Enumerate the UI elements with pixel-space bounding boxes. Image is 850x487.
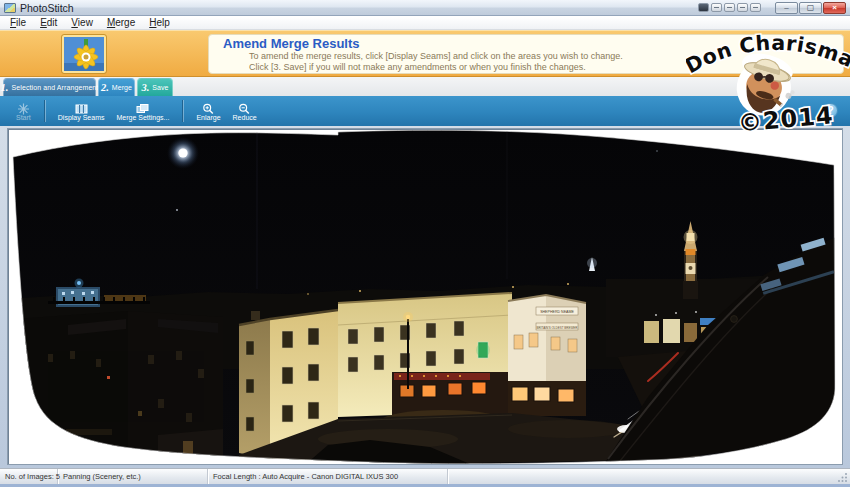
overlay-button-1[interactable] xyxy=(698,3,709,12)
merge-toolbar: Start Display Seams Merge Settings... xyxy=(0,96,850,126)
instruction-panel: Amend Merge Results To amend the merge r… xyxy=(0,30,850,77)
start-icon xyxy=(17,101,30,113)
merge-settings-icon xyxy=(136,101,149,113)
merge-preview-canvas[interactable]: SHEPHERD NEAME BRITAIN'S OLDEST BREWER xyxy=(7,128,843,465)
star xyxy=(176,209,178,211)
toolbar-separator xyxy=(44,100,45,122)
instruction-line-1: To amend the merge results, click [Displ… xyxy=(223,51,843,62)
window-title: PhotoStitch xyxy=(20,3,74,13)
status-focal-length: Focal Length : Auto Acquire - Canon DIGI… xyxy=(208,469,448,484)
start-button[interactable]: Start xyxy=(10,97,37,125)
instruction-line-2: Click [3. Save] if you will not make any… xyxy=(223,62,843,73)
pub-sign-2: BRITAIN'S OLDEST BREWER xyxy=(537,326,579,330)
tab-selection-and-arrangement[interactable]: 1. Selection and Arrangement xyxy=(3,78,96,96)
enlarge-icon xyxy=(202,101,215,113)
white-pub-building: SHEPHERD NEAME BRITAIN'S OLDEST BREWER xyxy=(508,295,586,416)
overlay-button-5[interactable] xyxy=(750,3,761,12)
reduce-icon xyxy=(238,101,251,113)
overlay-toolbar xyxy=(698,3,761,12)
app-icon xyxy=(4,3,16,13)
menu-file[interactable]: File xyxy=(3,17,33,29)
tab-3-label: Save xyxy=(152,84,168,91)
step-tabs: 1. Selection and Arrangement 2. Merge 3.… xyxy=(0,77,850,96)
photostitch-window: PhotoStitch – ▢ × File Edit View Merge H… xyxy=(0,0,850,487)
tab-2-number: 2. xyxy=(101,82,109,93)
title-bar[interactable]: PhotoStitch – ▢ × xyxy=(0,0,850,16)
panorama-image[interactable]: SHEPHERD NEAME BRITAIN'S OLDEST BREWER xyxy=(8,129,842,464)
help-button[interactable]: ? xyxy=(823,103,838,118)
menu-edit[interactable]: Edit xyxy=(33,17,64,29)
display-seams-button[interactable]: Display Seams xyxy=(52,97,111,125)
instruction-box: Amend Merge Results To amend the merge r… xyxy=(208,34,844,74)
resize-grip[interactable] xyxy=(836,469,850,484)
content-area: SHEPHERD NEAME BRITAIN'S OLDEST BREWER xyxy=(0,126,850,468)
maximize-button[interactable]: ▢ xyxy=(799,2,822,14)
tab-1-label: Selection and Arrangement xyxy=(11,84,98,91)
reduce-button[interactable]: Reduce xyxy=(227,97,263,125)
pub-sign-1: SHEPHERD NEAME xyxy=(540,310,574,314)
tab-save[interactable]: 3. Save xyxy=(137,78,173,96)
overlay-button-4[interactable] xyxy=(737,3,748,12)
flower-step-icon xyxy=(62,35,106,73)
merge-settings-button[interactable]: Merge Settings... xyxy=(110,97,175,125)
status-bar: No. of Images: 5 Panning (Scenery, etc.)… xyxy=(0,468,850,487)
display-seams-icon xyxy=(75,101,88,113)
enlarge-button[interactable]: Enlarge xyxy=(190,97,226,125)
menu-view[interactable]: View xyxy=(64,17,100,29)
tab-3-number: 3. xyxy=(141,82,149,93)
tab-2-label: Merge xyxy=(112,84,132,91)
terrace-row xyxy=(338,293,512,432)
status-image-count: No. of Images: 5 xyxy=(0,469,58,484)
minimize-button[interactable]: – xyxy=(775,2,798,14)
menu-merge[interactable]: Merge xyxy=(100,17,142,29)
toolbar-separator xyxy=(182,100,183,122)
menu-help[interactable]: Help xyxy=(142,17,177,29)
status-filler xyxy=(448,469,836,484)
close-button[interactable]: × xyxy=(823,2,846,14)
moon xyxy=(167,137,199,169)
tab-merge[interactable]: 2. Merge xyxy=(98,78,135,96)
instruction-title: Amend Merge Results xyxy=(223,36,843,51)
tab-1-number: 1. xyxy=(1,82,9,93)
dark-houses xyxy=(16,311,223,461)
overlay-button-3[interactable] xyxy=(724,3,735,12)
status-merge-mode: Panning (Scenery, etc.) xyxy=(58,469,208,484)
overlay-button-2[interactable] xyxy=(711,3,722,12)
menu-bar: File Edit View Merge Help xyxy=(0,17,850,30)
church-spire xyxy=(683,221,698,299)
star xyxy=(656,150,658,152)
